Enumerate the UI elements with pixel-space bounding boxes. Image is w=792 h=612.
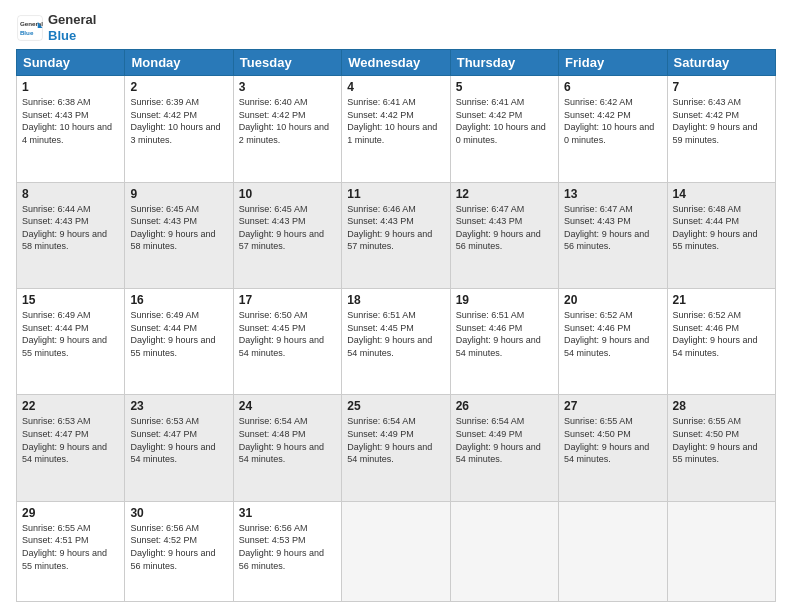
day-info: Sunrise: 6:40 AMSunset: 4:42 PMDaylight:…	[239, 96, 336, 146]
header: General Blue General Blue	[16, 12, 776, 43]
calendar-week-1: 1 Sunrise: 6:38 AMSunset: 4:43 PMDayligh…	[17, 76, 776, 182]
day-info: Sunrise: 6:41 AMSunset: 4:42 PMDaylight:…	[347, 96, 444, 146]
day-number: 9	[130, 187, 227, 201]
day-number: 12	[456, 187, 553, 201]
calendar-cell: 10 Sunrise: 6:45 AMSunset: 4:43 PMDaylig…	[233, 182, 341, 288]
calendar-week-2: 8 Sunrise: 6:44 AMSunset: 4:43 PMDayligh…	[17, 182, 776, 288]
calendar-week-5: 29 Sunrise: 6:55 AMSunset: 4:51 PMDaylig…	[17, 501, 776, 601]
day-info: Sunrise: 6:52 AMSunset: 4:46 PMDaylight:…	[564, 309, 661, 359]
calendar-week-4: 22 Sunrise: 6:53 AMSunset: 4:47 PMDaylig…	[17, 395, 776, 501]
day-info: Sunrise: 6:56 AMSunset: 4:52 PMDaylight:…	[130, 522, 227, 572]
calendar-cell: 2 Sunrise: 6:39 AMSunset: 4:42 PMDayligh…	[125, 76, 233, 182]
day-number: 8	[22, 187, 119, 201]
day-info: Sunrise: 6:53 AMSunset: 4:47 PMDaylight:…	[130, 415, 227, 465]
calendar-cell: 28 Sunrise: 6:55 AMSunset: 4:50 PMDaylig…	[667, 395, 775, 501]
day-info: Sunrise: 6:51 AMSunset: 4:45 PMDaylight:…	[347, 309, 444, 359]
calendar-cell: 31 Sunrise: 6:56 AMSunset: 4:53 PMDaylig…	[233, 501, 341, 601]
calendar-cell: 17 Sunrise: 6:50 AMSunset: 4:45 PMDaylig…	[233, 288, 341, 394]
day-number: 30	[130, 506, 227, 520]
day-info: Sunrise: 6:43 AMSunset: 4:42 PMDaylight:…	[673, 96, 770, 146]
calendar-cell: 22 Sunrise: 6:53 AMSunset: 4:47 PMDaylig…	[17, 395, 125, 501]
calendar-cell: 6 Sunrise: 6:42 AMSunset: 4:42 PMDayligh…	[559, 76, 667, 182]
weekday-header-thursday: Thursday	[450, 50, 558, 76]
day-info: Sunrise: 6:53 AMSunset: 4:47 PMDaylight:…	[22, 415, 119, 465]
calendar-cell: 11 Sunrise: 6:46 AMSunset: 4:43 PMDaylig…	[342, 182, 450, 288]
day-number: 27	[564, 399, 661, 413]
day-number: 22	[22, 399, 119, 413]
weekday-header-tuesday: Tuesday	[233, 50, 341, 76]
calendar-cell: 26 Sunrise: 6:54 AMSunset: 4:49 PMDaylig…	[450, 395, 558, 501]
calendar-cell	[342, 501, 450, 601]
day-info: Sunrise: 6:52 AMSunset: 4:46 PMDaylight:…	[673, 309, 770, 359]
calendar-cell: 4 Sunrise: 6:41 AMSunset: 4:42 PMDayligh…	[342, 76, 450, 182]
day-number: 23	[130, 399, 227, 413]
calendar-cell: 25 Sunrise: 6:54 AMSunset: 4:49 PMDaylig…	[342, 395, 450, 501]
calendar-cell	[667, 501, 775, 601]
day-info: Sunrise: 6:44 AMSunset: 4:43 PMDaylight:…	[22, 203, 119, 253]
calendar-cell	[559, 501, 667, 601]
calendar-cell: 24 Sunrise: 6:54 AMSunset: 4:48 PMDaylig…	[233, 395, 341, 501]
calendar-cell: 21 Sunrise: 6:52 AMSunset: 4:46 PMDaylig…	[667, 288, 775, 394]
day-number: 29	[22, 506, 119, 520]
day-info: Sunrise: 6:46 AMSunset: 4:43 PMDaylight:…	[347, 203, 444, 253]
weekday-header-friday: Friday	[559, 50, 667, 76]
calendar-cell: 29 Sunrise: 6:55 AMSunset: 4:51 PMDaylig…	[17, 501, 125, 601]
day-info: Sunrise: 6:50 AMSunset: 4:45 PMDaylight:…	[239, 309, 336, 359]
weekday-header-monday: Monday	[125, 50, 233, 76]
logo: General Blue General Blue	[16, 12, 96, 43]
day-number: 4	[347, 80, 444, 94]
day-number: 25	[347, 399, 444, 413]
calendar-week-3: 15 Sunrise: 6:49 AMSunset: 4:44 PMDaylig…	[17, 288, 776, 394]
day-info: Sunrise: 6:41 AMSunset: 4:42 PMDaylight:…	[456, 96, 553, 146]
day-number: 1	[22, 80, 119, 94]
day-number: 13	[564, 187, 661, 201]
svg-text:Blue: Blue	[20, 29, 34, 36]
weekday-header-wednesday: Wednesday	[342, 50, 450, 76]
day-info: Sunrise: 6:45 AMSunset: 4:43 PMDaylight:…	[130, 203, 227, 253]
calendar-cell: 5 Sunrise: 6:41 AMSunset: 4:42 PMDayligh…	[450, 76, 558, 182]
calendar-cell: 23 Sunrise: 6:53 AMSunset: 4:47 PMDaylig…	[125, 395, 233, 501]
day-number: 3	[239, 80, 336, 94]
day-info: Sunrise: 6:54 AMSunset: 4:49 PMDaylight:…	[456, 415, 553, 465]
calendar-cell: 19 Sunrise: 6:51 AMSunset: 4:46 PMDaylig…	[450, 288, 558, 394]
day-number: 5	[456, 80, 553, 94]
calendar-cell: 27 Sunrise: 6:55 AMSunset: 4:50 PMDaylig…	[559, 395, 667, 501]
day-number: 6	[564, 80, 661, 94]
calendar-cell: 30 Sunrise: 6:56 AMSunset: 4:52 PMDaylig…	[125, 501, 233, 601]
day-info: Sunrise: 6:49 AMSunset: 4:44 PMDaylight:…	[22, 309, 119, 359]
day-info: Sunrise: 6:55 AMSunset: 4:50 PMDaylight:…	[673, 415, 770, 465]
weekday-header-row: SundayMondayTuesdayWednesdayThursdayFrid…	[17, 50, 776, 76]
day-number: 17	[239, 293, 336, 307]
day-info: Sunrise: 6:56 AMSunset: 4:53 PMDaylight:…	[239, 522, 336, 572]
day-info: Sunrise: 6:49 AMSunset: 4:44 PMDaylight:…	[130, 309, 227, 359]
day-number: 15	[22, 293, 119, 307]
day-info: Sunrise: 6:54 AMSunset: 4:49 PMDaylight:…	[347, 415, 444, 465]
day-info: Sunrise: 6:39 AMSunset: 4:42 PMDaylight:…	[130, 96, 227, 146]
day-number: 2	[130, 80, 227, 94]
day-info: Sunrise: 6:55 AMSunset: 4:50 PMDaylight:…	[564, 415, 661, 465]
day-number: 11	[347, 187, 444, 201]
calendar-cell: 8 Sunrise: 6:44 AMSunset: 4:43 PMDayligh…	[17, 182, 125, 288]
calendar-cell: 12 Sunrise: 6:47 AMSunset: 4:43 PMDaylig…	[450, 182, 558, 288]
day-number: 10	[239, 187, 336, 201]
weekday-header-sunday: Sunday	[17, 50, 125, 76]
day-number: 31	[239, 506, 336, 520]
day-info: Sunrise: 6:42 AMSunset: 4:42 PMDaylight:…	[564, 96, 661, 146]
day-info: Sunrise: 6:47 AMSunset: 4:43 PMDaylight:…	[456, 203, 553, 253]
calendar-cell: 13 Sunrise: 6:47 AMSunset: 4:43 PMDaylig…	[559, 182, 667, 288]
calendar-cell: 1 Sunrise: 6:38 AMSunset: 4:43 PMDayligh…	[17, 76, 125, 182]
day-number: 19	[456, 293, 553, 307]
day-number: 18	[347, 293, 444, 307]
calendar-cell: 9 Sunrise: 6:45 AMSunset: 4:43 PMDayligh…	[125, 182, 233, 288]
logo-text: General Blue	[48, 12, 96, 43]
day-info: Sunrise: 6:51 AMSunset: 4:46 PMDaylight:…	[456, 309, 553, 359]
calendar-cell: 3 Sunrise: 6:40 AMSunset: 4:42 PMDayligh…	[233, 76, 341, 182]
calendar-cell	[450, 501, 558, 601]
calendar-cell: 15 Sunrise: 6:49 AMSunset: 4:44 PMDaylig…	[17, 288, 125, 394]
day-info: Sunrise: 6:38 AMSunset: 4:43 PMDaylight:…	[22, 96, 119, 146]
day-info: Sunrise: 6:47 AMSunset: 4:43 PMDaylight:…	[564, 203, 661, 253]
day-number: 7	[673, 80, 770, 94]
weekday-header-saturday: Saturday	[667, 50, 775, 76]
calendar-cell: 14 Sunrise: 6:48 AMSunset: 4:44 PMDaylig…	[667, 182, 775, 288]
day-number: 26	[456, 399, 553, 413]
